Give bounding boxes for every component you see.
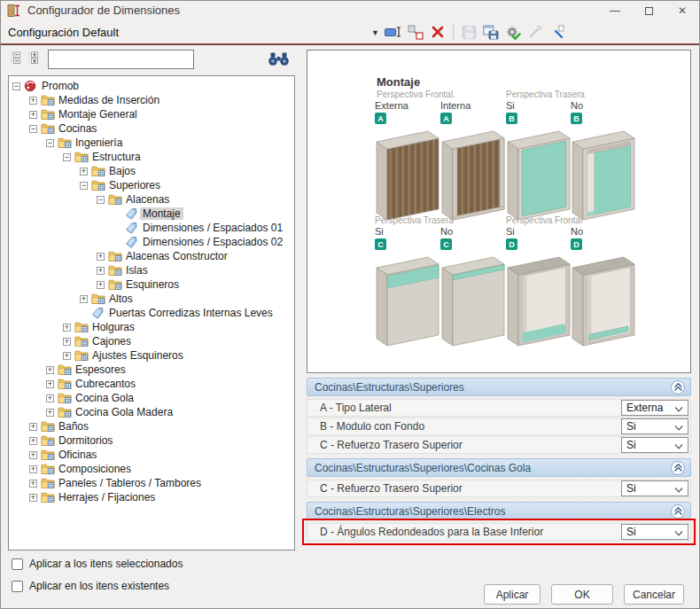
collapse-all-icon[interactable] bbox=[10, 51, 23, 68]
variant-label: No bbox=[571, 226, 642, 238]
property-group-header[interactable]: Cocinas\Estructuras\Superiores\Cocinas G… bbox=[307, 458, 691, 477]
tree-item[interactable]: Puertas Corredizas Internas Leves bbox=[9, 306, 294, 320]
tree-expander-plus[interactable]: + bbox=[63, 338, 71, 346]
tree-expander-plus[interactable]: + bbox=[29, 97, 37, 105]
tree-item[interactable]: +Montaje General bbox=[9, 107, 294, 121]
tree-item[interactable]: −Ingeniería bbox=[9, 136, 294, 150]
rename-icon[interactable] bbox=[384, 22, 403, 42]
tree-expander-plus[interactable]: + bbox=[29, 451, 37, 459]
delete-icon[interactable] bbox=[428, 22, 447, 42]
property-group-header[interactable]: Cocinas\Estructuras\Superiores\Electros bbox=[307, 502, 691, 520]
tree-expander-minus[interactable]: − bbox=[63, 153, 71, 161]
ok-button[interactable]: OK bbox=[551, 584, 613, 605]
tree-item[interactable]: +Altos bbox=[9, 292, 294, 306]
tree-expander-minus[interactable]: − bbox=[46, 139, 54, 147]
tree-expander-plus[interactable]: + bbox=[46, 409, 54, 417]
variant-badge: D bbox=[571, 238, 582, 250]
combobox-dropdown-arrow-icon[interactable]: ▼ bbox=[371, 28, 379, 37]
apply-selected-checkbox[interactable] bbox=[12, 558, 23, 570]
tree-item[interactable]: Dimensiones / Espaciados 02 bbox=[9, 235, 294, 249]
checkbox-row-existing-items[interactable]: Aplicar en los itens existentes bbox=[12, 580, 169, 592]
tree-item[interactable]: +Holguras bbox=[9, 320, 294, 334]
import-arrow-icon[interactable] bbox=[525, 22, 545, 42]
tree-item[interactable]: Montaje bbox=[9, 207, 294, 221]
apply-button[interactable]: Aplicar bbox=[484, 584, 541, 605]
tree-expander-plus[interactable]: + bbox=[29, 437, 37, 445]
tree-item[interactable]: +Cocina Gola bbox=[9, 391, 294, 405]
tree-item[interactable]: −Superiores bbox=[9, 178, 294, 192]
collapse-group-button[interactable] bbox=[671, 504, 685, 519]
tree-expander-minus[interactable]: − bbox=[29, 125, 37, 133]
window-title: Configurador de Dimensiones bbox=[27, 4, 180, 17]
export-config-icon[interactable] bbox=[481, 22, 501, 42]
tree-expander-plus[interactable]: + bbox=[29, 480, 37, 488]
tree-item[interactable]: +Cajones bbox=[9, 334, 294, 348]
tree-expander-plus[interactable]: + bbox=[97, 281, 105, 289]
maximize-button[interactable] bbox=[632, 1, 665, 20]
tree-expander-plus[interactable]: + bbox=[80, 295, 88, 303]
tree-item[interactable]: +Paneles / Tableros / Tambores bbox=[9, 476, 294, 490]
tree-item[interactable]: −Alacenas bbox=[9, 192, 294, 207]
search-binoculars-icon[interactable] bbox=[268, 51, 290, 70]
tree-expander-plus[interactable]: + bbox=[97, 253, 105, 261]
expand-all-icon[interactable] bbox=[27, 51, 41, 68]
tree-item[interactable]: +Dormitorios bbox=[9, 433, 294, 448]
tree-item[interactable]: +Esquineros bbox=[9, 277, 294, 292]
cancel-button[interactable]: Cancelar bbox=[624, 584, 684, 605]
tree-item[interactable]: +Cubrecantos bbox=[9, 377, 294, 391]
configuration-combobox[interactable]: Configuración Default bbox=[8, 26, 119, 39]
folder-icon bbox=[74, 152, 89, 163]
tree-item-label: Estructura bbox=[89, 151, 144, 163]
collapse-group-button[interactable] bbox=[671, 461, 685, 475]
tree-item[interactable]: +Composiciones bbox=[9, 462, 294, 476]
close-button[interactable]: ✕ bbox=[665, 1, 699, 20]
tree-expander-plus[interactable]: + bbox=[46, 380, 54, 388]
tree-expander-plus[interactable]: + bbox=[80, 168, 88, 176]
tree-expander-plus[interactable]: + bbox=[46, 366, 54, 374]
tree-item[interactable]: +Bajos bbox=[9, 164, 294, 178]
tree-expander-plus[interactable]: + bbox=[46, 394, 54, 402]
tree-item[interactable]: +Islas bbox=[9, 263, 294, 277]
tree-item[interactable]: −Estructura bbox=[9, 150, 294, 164]
tree-item[interactable]: +Herrajes / Fijaciones bbox=[9, 490, 294, 504]
checkbox-row-selected-items[interactable]: Aplicar a los itens seleccionados bbox=[12, 558, 183, 570]
tree-item[interactable]: +Cocina Gola Madera bbox=[9, 405, 294, 419]
tree-item-label: Montaje bbox=[140, 207, 183, 220]
tree-item-label: Altos bbox=[106, 293, 136, 305]
tree-expander-plus[interactable]: + bbox=[29, 494, 37, 502]
tree-expander-plus[interactable]: + bbox=[29, 111, 37, 119]
property-dropdown[interactable]: Externa bbox=[621, 400, 688, 416]
tree-expander-minus[interactable]: − bbox=[12, 82, 20, 90]
save-icon[interactable] bbox=[459, 22, 478, 42]
tree-item[interactable]: +Alacenas Constructor bbox=[9, 249, 294, 263]
apply-existing-checkbox[interactable] bbox=[12, 581, 23, 592]
cabinet-3d-figure-d-si bbox=[506, 252, 577, 349]
tree-item[interactable]: +Ajustes Esquineros bbox=[9, 348, 294, 363]
tree-item[interactable]: −Cocinas bbox=[9, 121, 294, 136]
tree-item[interactable]: +Espesores bbox=[9, 363, 294, 377]
tree-expander-plus[interactable]: + bbox=[29, 423, 37, 431]
tree-expander-plus[interactable]: + bbox=[63, 352, 71, 360]
property-dropdown[interactable]: Si bbox=[621, 418, 688, 434]
variant-badge: B bbox=[506, 113, 517, 124]
duplicate-icon[interactable] bbox=[406, 22, 425, 42]
tree-item[interactable]: +Baños bbox=[9, 419, 294, 433]
tree-expander-plus[interactable]: + bbox=[29, 465, 37, 473]
validate-config-icon[interactable] bbox=[503, 22, 523, 42]
tree-item[interactable]: +Medidas de Inserción bbox=[9, 93, 294, 107]
property-dropdown[interactable]: Si bbox=[621, 480, 688, 496]
collapse-group-button[interactable] bbox=[671, 380, 685, 394]
minimize-button[interactable]: — bbox=[598, 1, 632, 20]
tree-expander-plus[interactable]: + bbox=[63, 324, 71, 332]
tree-expander-minus[interactable]: − bbox=[97, 196, 105, 204]
tree-search-input[interactable] bbox=[48, 50, 194, 69]
tree-item[interactable]: −Promob bbox=[9, 79, 294, 93]
export-arrow-icon[interactable] bbox=[548, 22, 567, 42]
tree-expander-minus[interactable]: − bbox=[80, 182, 88, 190]
tree-item[interactable]: Dimensiones / Espaciados 01 bbox=[9, 221, 294, 235]
tree-expander-plus[interactable]: + bbox=[97, 267, 105, 275]
tree-item[interactable]: +Oficinas bbox=[9, 448, 294, 462]
property-dropdown[interactable]: Si bbox=[621, 437, 688, 453]
property-group-header[interactable]: Cocinas\Estructuras\Superiores bbox=[307, 378, 691, 396]
property-dropdown[interactable]: Si bbox=[621, 524, 688, 540]
